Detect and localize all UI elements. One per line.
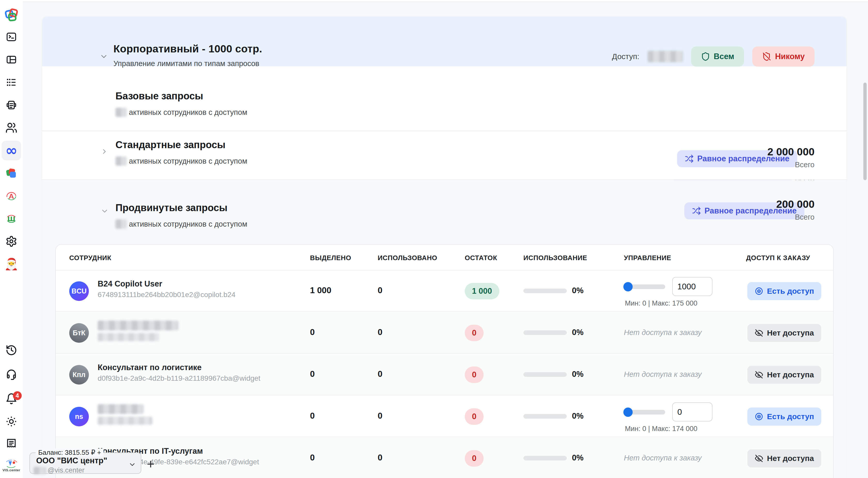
min-max-label: Мин: 0 | Макс: 175 000 [625,299,728,307]
scrollbar-thumb[interactable] [863,82,867,180]
account-switcher[interactable]: Баланс: 3815.55 ₽ + ООО "ВИС центр" @vis… [29,452,141,474]
remaining-badge: 0 [465,367,484,383]
section-title: Продвинутые запросы [116,202,227,213]
sidebar-item-theme[interactable] [0,415,23,428]
eye-target-icon [754,412,764,421]
sidebar-item-settings[interactable] [0,235,23,248]
slider-thumb[interactable] [623,408,633,417]
account-email-domain: @vis.center [48,466,85,474]
vis-logo-icon [5,459,18,468]
add-account-button[interactable]: + [147,457,154,471]
sidebar-item-terminal[interactable] [0,31,23,43]
chevron-down-icon[interactable] [99,52,108,62]
access-toggle-button[interactable]: Нет доступа [747,366,821,384]
remaining-badge: 0 [465,450,484,467]
page-subtitle: Управление лимитами по типам запросов [114,59,259,68]
section-basic-requests[interactable]: Базовые запросы активных сотрудников с д… [42,83,846,131]
used-value: 0 [378,327,382,337]
shuffle-icon [685,155,693,163]
news-icon [6,99,17,111]
col-used: ИСПОЛЬЗОВАНО [378,254,437,262]
email-redacted [98,417,152,425]
usage-progressbar [523,372,567,377]
sidebar-item-tables[interactable] [0,54,23,66]
section-total: 200 000 [776,198,814,210]
grant-all-button[interactable]: Всем [691,46,744,67]
notification-badge: 4 [13,391,22,400]
limit-input[interactable] [672,402,712,421]
usage-progressbar [523,330,567,335]
eye-target-icon [754,287,764,296]
svg-text:Ш: Ш [7,215,16,223]
access-toggle-button[interactable]: Нет доступа [747,449,821,468]
slider-thumb[interactable] [623,282,633,292]
remaining-badge: 1 000 [465,283,499,299]
employee-email: 6748913111be264bb20b01e2@copilot.b24 [98,291,235,299]
access-label: Доступ: [612,52,640,61]
used-value: 0 [378,285,382,295]
col-access: ДОСТУП К ЗАКАЗУ [746,254,810,262]
sidebar-item-a-service[interactable]: A [0,190,23,202]
terminal-icon [6,31,17,43]
used-value: 0 [378,411,382,421]
headset-icon [5,369,17,380]
revoke-all-button[interactable]: Никому [752,46,814,67]
section-subtitle: активных сотрудников с доступом [129,108,247,117]
limits-card: Корпоративный - 1000 сотр. Управление ли… [42,16,846,478]
sidebar-item-list[interactable] [0,76,23,88]
usage-progressbar [523,288,567,293]
remaining-badge: 0 [465,408,484,425]
col-employee: СОТРУДНИК [69,254,111,262]
allocated-value: 1 000 [310,285,332,295]
section-total-label: Всего [768,161,814,169]
employee-name: B24 Copilot User [98,279,162,288]
eye-off-icon [754,454,764,463]
usage-progressbar [523,456,567,460]
svg-text:A: A [9,192,14,201]
balance-label: Баланс: 3815.55 ₽ + [36,449,103,456]
access-label: Есть доступ [767,287,814,296]
usage-percent: 0% [572,370,584,379]
vis-center-logo[interactable]: VIS.center [0,457,23,474]
allocated-value: 0 [310,411,315,421]
sidebar-item-w-service[interactable]: Ш [0,212,23,225]
access-toggle-button[interactable]: Есть доступ [747,408,821,425]
sidebar: ∞ A Ш [0,0,23,478]
shield-off-icon [762,52,771,61]
access-toggle-button[interactable]: Есть доступ [747,282,821,300]
remaining-badge: 0 [465,325,484,341]
shuffle-icon [692,206,701,215]
sidebar-item-limits-active[interactable]: ∞ [0,142,23,159]
section-title: Стандартные запросы [116,139,225,150]
sidebar-item-news[interactable] [0,99,23,111]
w-service-icon: Ш [5,213,17,225]
sidebar-item-holiday[interactable]: 🎅 [0,258,23,271]
sidebar-item-users[interactable] [0,122,23,134]
avatar: Кпл [69,365,89,384]
sidebar-item-dialogs[interactable] [0,167,23,180]
chevron-down-icon[interactable] [128,461,136,470]
app-logo[interactable] [0,7,23,23]
col-usage: ИСПОЛЬЗОВАНИЕ [523,254,587,262]
access-toggle-button[interactable]: Нет доступа [747,324,821,342]
shield-icon [701,52,710,61]
usage-percent: 0% [572,286,584,295]
employees-table: СОТРУДНИК ВЫДЕЛЕНО ИСПОЛЬЗОВАНО ОСТАТОК … [55,244,834,478]
limit-slider[interactable] [625,410,665,414]
table-row: BCU B24 Copilot User 6748913111be264bb20… [56,271,833,312]
limit-slider[interactable] [625,284,665,289]
col-control: УПРАВЛЕНИЕ [624,254,671,262]
sidebar-item-support[interactable] [0,368,23,381]
table-row: КпI Консультант по IT-услугам cd01b8bc-d… [56,438,833,478]
chevron-down-icon[interactable] [100,207,109,216]
avatar: BCU [69,281,89,301]
section-standard-requests[interactable]: Стандартные запросы активных сотрудников… [42,132,846,180]
limit-input[interactable] [672,277,712,296]
access-label: Нет доступа [767,329,814,337]
users-icon [5,122,17,134]
chevron-right-icon[interactable] [100,148,108,157]
eye-off-icon [754,329,764,337]
sidebar-item-history[interactable] [0,344,23,357]
sidebar-item-billing[interactable] [0,437,23,449]
name-redacted [98,320,178,330]
